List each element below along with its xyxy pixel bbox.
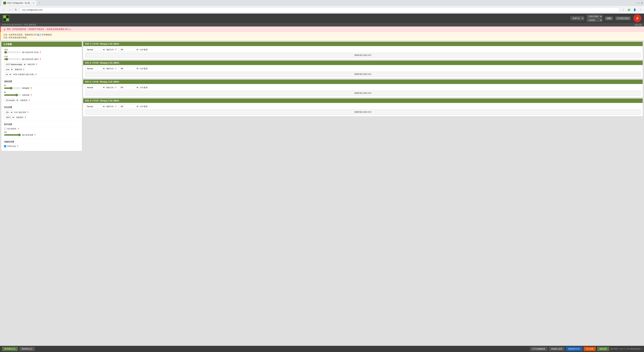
open-port-button[interactable]: 打开端口连接 <box>616 16 630 20</box>
open-editor-button[interactable]: 打开步骤编辑器 <box>530 347 548 351</box>
max-startup-help[interactable]: ❓ <box>39 58 41 60</box>
esc-4-led-select[interactable]: Off On <box>119 105 139 108</box>
esc-2-motor-dir-help[interactable]: ❓ <box>115 68 117 69</box>
maximize-button[interactable]: □ <box>638 2 640 4</box>
tab-close-button[interactable]: ✕ <box>33 2 34 4</box>
esc-1-motor-dir-select[interactable]: Normal Reversed Bidirectional <box>85 48 105 51</box>
header-right: 简体中文 1155:23200 115200 设置 打开端口连接 ⚡ <box>570 14 641 22</box>
max-brake-label: 最大刹车强度 ❓ <box>22 134 79 136</box>
tab-title: ESC Configurator - for Bl... <box>8 2 31 4</box>
beacon-freq-container: 40 蜂鸣频率 ❓ <box>4 85 79 89</box>
clear-log-button[interactable]: 清除调试日志 <box>19 347 35 351</box>
min-startup-power-container: 1025 最小启动功率 (开启) ❓ <box>4 49 79 54</box>
esc-2-body: Normal Reversed Bidirectional 电机方向 ❓ Off… <box>83 65 643 78</box>
rpm-protection-help[interactable]: ❓ <box>35 74 37 75</box>
esc-2-motor-dir-field: Normal Reversed Bidirectional 电机方向 ❓ <box>85 67 117 70</box>
esc-2-led-select[interactable]: Off On <box>119 67 139 70</box>
min-startup-slider[interactable] <box>4 51 21 54</box>
esc-3-led-select[interactable]: Off On <box>119 86 139 89</box>
esc-3-flash-button[interactable]: 将固件刷入到此 ESC <box>85 91 641 95</box>
motor-power-select[interactable]: 22.5° (MediumHigh) <box>4 62 26 66</box>
esc-4-motor-dir-help[interactable]: ❓ <box>115 106 117 107</box>
esc-1-settings-row: Normal Reversed Bidirectional 电机方向 ❓ Off… <box>85 48 641 51</box>
esc-2-led-field: Off On LED 配置 <box>119 67 148 70</box>
connect-button[interactable]: ⚡ <box>633 14 641 22</box>
rpm-protection-row: 0x RPM 功率保护 (速片功率) ❓ <box>4 73 79 76</box>
pwm-pull-help[interactable]: ❓ <box>16 145 18 147</box>
demag-help[interactable]: ❓ <box>23 68 25 70</box>
extension-icon[interactable]: 🧩 <box>626 7 631 12</box>
max-brake-row: 最大刹车强度 ❓ <box>4 134 79 136</box>
serial-port-select[interactable]: 1155:23200 <box>587 15 602 18</box>
esc-card-3: ESC 3: J-H-30 - Bluejay, 0.19, 48kHz Nor… <box>83 80 643 97</box>
brake-section-title: 刹车设置 <box>4 123 79 127</box>
esc-4-led-field: Off On LED 配置 <box>119 105 148 108</box>
reset-defaults-button[interactable]: 恢复默认设置 <box>549 347 565 351</box>
info-line-1: 注意: 在使用本页面前，请确保您已经 断下 所有螺旋桨。 <box>3 33 641 36</box>
app-logo <box>3 15 10 22</box>
esc-3-motor-dir-select[interactable]: Normal Reversed Bidirectional <box>85 86 105 89</box>
settings-button[interactable]: 设置 <box>605 16 613 20</box>
esc-4-motor-dir-select[interactable]: Normal Reversed Bidirectional <box>85 105 105 108</box>
experimental-section-title: 试验性设置 <box>4 140 79 144</box>
beacon-strength-slider[interactable] <box>4 94 21 96</box>
esc-lock-select[interactable]: 2S+ <box>4 110 13 114</box>
minimize-button[interactable]: ─ <box>636 2 637 4</box>
write-button[interactable]: 写入设置 <box>584 347 596 351</box>
esc-1-header: ESC 1: J-H-30 - Bluejay, 0.19, 48kHz <box>83 42 643 46</box>
active-tab[interactable]: ESC Configurator - for Bl... ✕ <box>1 0 36 6</box>
safety-section-title: 安全设置 <box>4 106 79 109</box>
brake-on-stop-help[interactable]: ❓ <box>17 128 19 130</box>
report-issue-link[interactable]: 报告问题 <box>634 23 642 26</box>
pwm-pull-checkbox[interactable] <box>4 145 6 147</box>
max-brake-slider[interactable] <box>4 134 21 136</box>
esc-4-flash-button[interactable]: 将固件刷入到此 ESC <box>85 110 641 114</box>
esc-2-flash-button[interactable]: 将固件刷入到此 ESC <box>85 72 641 77</box>
confirm-button[interactable]: 读取设置 <box>597 347 609 351</box>
beacon-delay-select[interactable]: 10 minutes <box>4 98 19 102</box>
new-tab-button[interactable]: + <box>37 1 42 5</box>
beacon-strength-row: 信标强度 ❓ <box>4 94 79 96</box>
profile-icon[interactable]: 👤 <box>632 7 637 12</box>
temp-protection-row: 140 C 温度保护 ❓ <box>4 115 79 119</box>
info-link[interactable]: 断下 <box>37 33 41 36</box>
beacon-strength-value: 80 <box>4 91 79 93</box>
motor-power-help[interactable]: ❓ <box>36 63 38 65</box>
beacon-strength-help[interactable]: ❓ <box>30 94 32 96</box>
esc-1-motor-dir-label: 电机方向 <box>106 48 114 51</box>
temp-protection-select[interactable]: 140 C <box>4 115 15 119</box>
esc-lock-help[interactable]: ❓ <box>27 111 29 113</box>
esc-card-1: ESC 1: J-H-30 - Bluejay, 0.19, 48kHz Nor… <box>83 42 643 59</box>
brake-on-stop-checkbox[interactable] <box>4 128 6 130</box>
forward-button[interactable]: → <box>8 7 12 12</box>
max-brake-help[interactable]: ❓ <box>34 134 36 136</box>
reload-button[interactable]: ↻ <box>14 7 18 12</box>
close-window-button[interactable]: ✕ <box>641 2 643 4</box>
beacon-freq-slider[interactable] <box>4 87 21 89</box>
beacon-delay-help[interactable]: ❓ <box>28 99 30 101</box>
reset-all-button[interactable]: 恢复所有 ESC <box>566 347 582 351</box>
esc-2-motor-dir-select[interactable]: Normal Reversed Bidirectional <box>85 67 105 70</box>
esc-card-2: ESC 2: J-H-30 - Bluejay, 0.19, 48kHz Nor… <box>83 61 643 78</box>
settings-dots-icon[interactable]: ⋮ <box>638 7 643 12</box>
left-panel: 公共参数 1025 最小启动功率 (开启) ❓ 1100 最大启动功率 <box>1 42 82 151</box>
esc-1-motor-dir-help[interactable]: ❓ <box>115 49 117 51</box>
app-header: 简体中文 1155:23200 115200 设置 打开端口连接 ⚡ <box>0 13 644 23</box>
esc-3-motor-dir-help[interactable]: ❓ <box>115 87 117 88</box>
demag-select[interactable]: Low <box>4 67 13 71</box>
language-select[interactable]: 简体中文 <box>570 16 584 20</box>
esc-1-led-select[interactable]: Off On <box>119 48 139 51</box>
bookmark-icon[interactable]: ☆ <box>621 7 626 12</box>
save-log-button[interactable]: 保存调试日志 <box>2 347 18 351</box>
rpm-protection-select[interactable]: 0x <box>4 73 12 76</box>
esc-1-flash-button[interactable]: 将固件刷入到此 ESC <box>85 53 641 58</box>
baud-rate-select[interactable]: 115200 <box>587 18 602 22</box>
temp-protection-help[interactable]: ❓ <box>24 116 26 118</box>
beacon-freq-help[interactable]: ❓ <box>30 87 32 89</box>
motor-power-label: 电机功率 ❓ <box>28 63 79 66</box>
browser-chrome: ESC Configurator - for Bl... ✕ + ─ □ ✕ ←… <box>0 0 644 13</box>
back-button[interactable]: ← <box>1 7 6 12</box>
url-input[interactable] <box>20 7 620 12</box>
min-startup-help[interactable]: ❓ <box>39 51 41 53</box>
max-startup-slider[interactable] <box>4 58 21 60</box>
